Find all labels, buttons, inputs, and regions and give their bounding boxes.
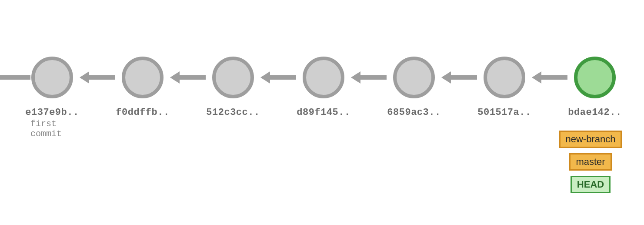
commit-graph bbox=[0, 57, 644, 98]
ref-branch: new-branch bbox=[559, 131, 622, 148]
commit-arrow bbox=[345, 71, 392, 84]
commit-hash: bdae142.. bbox=[568, 107, 621, 118]
ref-list: new-branch master HEAD bbox=[547, 131, 634, 193]
arrow-left-icon bbox=[532, 71, 541, 84]
commit-arrow bbox=[164, 71, 211, 84]
commit-node-icon bbox=[122, 57, 164, 98]
edge-stub bbox=[0, 75, 30, 80]
commit-arrow bbox=[74, 71, 121, 84]
commit-message: first commit bbox=[30, 119, 74, 139]
ref-head: HEAD bbox=[571, 176, 611, 193]
commit-label: d89f145.. bbox=[302, 107, 345, 139]
commit-label: e137e9b.. first commit bbox=[30, 107, 74, 139]
commit-node-icon bbox=[393, 57, 435, 98]
commit bbox=[211, 57, 255, 98]
commit bbox=[30, 57, 74, 98]
commit-label: 501517a.. bbox=[483, 107, 526, 139]
commit-node-icon bbox=[212, 57, 254, 98]
commit-node-head-icon bbox=[574, 57, 616, 98]
commit bbox=[483, 57, 526, 98]
arrow-left-icon bbox=[351, 71, 360, 84]
commit-row bbox=[0, 57, 644, 98]
commit-label: f0ddffb.. bbox=[121, 107, 164, 139]
commit-hash: 6859ac3.. bbox=[387, 107, 440, 118]
commit-hash: 501517a.. bbox=[477, 107, 531, 118]
arrow-left-icon bbox=[170, 71, 180, 84]
commit-hash: d89f145.. bbox=[297, 107, 350, 118]
commit-label: 512c3cc.. bbox=[211, 107, 255, 139]
commit bbox=[302, 57, 345, 98]
commit-label: 6859ac3.. bbox=[392, 107, 436, 139]
commit-hash: e137e9b.. bbox=[25, 107, 79, 118]
commit bbox=[121, 57, 164, 98]
commit-hash: f0ddffb.. bbox=[116, 107, 169, 118]
commit-node-icon bbox=[303, 57, 344, 98]
commit-arrow bbox=[436, 71, 483, 84]
commit-node-icon bbox=[31, 57, 73, 98]
arrow-left-icon bbox=[80, 71, 89, 84]
ref-branch: master bbox=[569, 153, 611, 171]
arrow-left-icon bbox=[441, 71, 451, 84]
commit-arrow bbox=[255, 71, 302, 84]
commit-hash: 512c3cc.. bbox=[206, 107, 260, 118]
commit-head bbox=[573, 57, 617, 98]
arrow-left-icon bbox=[260, 71, 270, 84]
commit bbox=[392, 57, 436, 98]
commit-arrow bbox=[526, 71, 573, 84]
commit-node-icon bbox=[484, 57, 525, 98]
